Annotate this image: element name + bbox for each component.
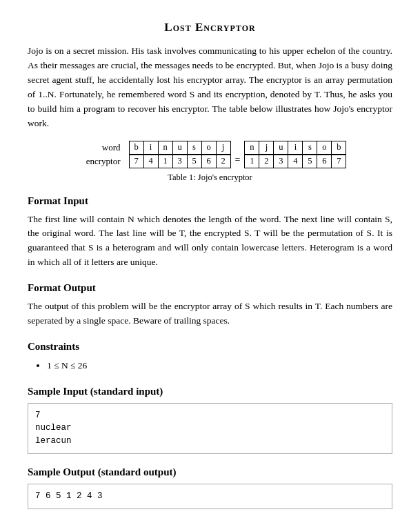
result-word-row: njuisob <box>244 141 346 155</box>
encryptor-cells: 7413562 <box>129 155 231 168</box>
table-cell: s <box>187 141 202 155</box>
encryptor-label: encryptor <box>74 156 123 167</box>
table-cell: 5 <box>187 155 202 168</box>
table-caption: Table 1: Jojo's encryptor <box>168 172 252 183</box>
table-cell: 6 <box>317 155 332 168</box>
table-cell: 1 <box>158 155 173 168</box>
format-output-text: The output of this problem will be the e… <box>28 299 392 328</box>
word-cells: binusoj <box>129 141 231 155</box>
result-encryptor-cells: 1234567 <box>244 155 346 168</box>
constraint-text: 1 ≤ N ≤ 26 <box>47 360 87 371</box>
sample-input-title: Sample Input (standard input) <box>28 386 392 397</box>
table-cell: u <box>172 141 188 155</box>
constraint-item: 1 ≤ N ≤ 26 <box>47 358 392 373</box>
format-input-text: The first line will contain N which deno… <box>28 213 392 270</box>
page-title: Lost Encryptor <box>28 21 392 34</box>
format-output-title: Format Output <box>28 282 392 294</box>
table-cell: j <box>216 141 231 155</box>
table-cell: 2 <box>216 155 231 168</box>
table-wrapper: word binusoj encryptor 7413562 = njuisob… <box>74 141 347 168</box>
sample-input-line-0: 7 <box>35 409 385 422</box>
result-encryptor-row: 1234567 <box>244 155 346 168</box>
format-input-title: Format Input <box>28 195 392 207</box>
table-cell: i <box>288 141 303 155</box>
table-cell: 5 <box>302 155 317 168</box>
result-word-cells: njuisob <box>244 141 346 155</box>
table-cell: j <box>259 141 274 155</box>
word-label: word <box>74 142 123 153</box>
constraints-list: 1 ≤ N ≤ 26 <box>47 358 392 373</box>
right-table: njuisob 1234567 <box>244 141 346 168</box>
encryptor-row: encryptor 7413562 <box>74 155 231 168</box>
table-cell: i <box>143 141 159 155</box>
word-row: word binusoj <box>74 141 231 155</box>
table-cell: 4 <box>143 155 159 168</box>
table-cell: 3 <box>273 155 288 168</box>
table-cell: 7 <box>331 155 346 168</box>
table-cell: n <box>158 141 173 155</box>
table-cell: o <box>201 141 217 155</box>
table-cell: b <box>331 141 346 155</box>
table-cell: 3 <box>172 155 188 168</box>
constraints-title: Constraints <box>28 341 392 353</box>
table-cell: u <box>273 141 288 155</box>
encryptor-table-area: word binusoj encryptor 7413562 = njuisob… <box>28 141 392 183</box>
left-table: word binusoj encryptor 7413562 <box>74 141 231 168</box>
sample-output-title: Sample Output (standard output) <box>28 466 392 478</box>
table-cell: 2 <box>259 155 274 168</box>
sample-input-line-1: nuclear <box>35 422 385 435</box>
table-cell: 1 <box>244 155 259 168</box>
intro-text: Jojo is on a secret mission. His task in… <box>28 44 392 131</box>
table-cell: b <box>129 141 144 155</box>
table-cell: n <box>244 141 259 155</box>
table-cell: s <box>302 141 317 155</box>
sample-input-box: 7 nuclear leracun <box>28 403 392 454</box>
equals-sign: = <box>231 141 245 166</box>
table-cell: o <box>317 141 332 155</box>
table-cell: 7 <box>129 155 144 168</box>
sample-output-line-0: 7 6 5 1 2 4 3 <box>35 490 385 503</box>
sample-output-box: 7 6 5 1 2 4 3 <box>28 484 392 509</box>
table-cell: 6 <box>201 155 217 168</box>
table-cell: 4 <box>288 155 303 168</box>
sample-input-line-2: leracun <box>35 435 385 448</box>
